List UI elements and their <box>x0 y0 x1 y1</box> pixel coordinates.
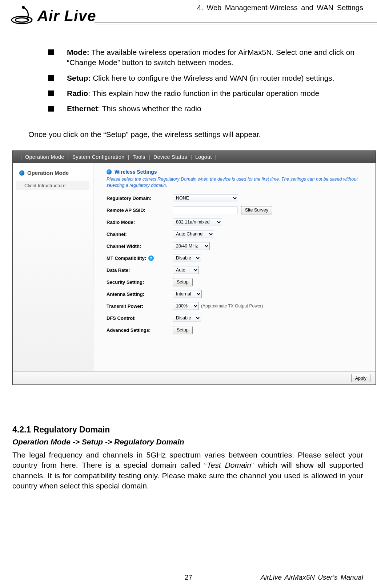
label-dfs: DFS Control: <box>107 315 173 321</box>
select-antenna[interactable]: Internal <box>173 290 202 298</box>
page-content: Mode: The available wireless operation m… <box>0 40 377 491</box>
menu-sep: | <box>215 154 217 160</box>
bullet-list: Mode: The available wireless operation m… <box>48 47 363 114</box>
brand-logo: Air Live <box>10 5 96 27</box>
bullet-mode: Mode: The available wireless operation m… <box>48 47 363 68</box>
bullet-text: : This shows whether the radio <box>98 104 201 113</box>
row-tx-power: Transmit Power: 100% (Approximate TX Out… <box>107 300 368 312</box>
select-channel[interactable]: Auto Channel <box>173 230 214 238</box>
label-radio-mode: Radio Mode: <box>107 220 173 225</box>
label-remote-ssid: Remote AP SSID: <box>107 208 173 213</box>
row-channel-width: Channel Width: 20/40 MHz <box>107 240 368 252</box>
bullet-text: : This explain how the radio function in… <box>88 89 319 97</box>
row-channel: Channel: Auto Channel <box>107 228 368 240</box>
chapter-title: 4. Web Management-Wireless and WAN Setti… <box>197 4 363 12</box>
help-icon[interactable]: ? <box>148 255 154 261</box>
bullet-ethernet: Ethernet: This shows whether the radio <box>48 104 363 114</box>
test-domain-em: Test Domain <box>207 461 251 469</box>
settings-panel: Wireless Settings Please select the corr… <box>93 163 376 371</box>
svg-point-2 <box>22 6 25 9</box>
select-radio-mode[interactable]: 802.11a/n mixed <box>173 218 222 226</box>
bullet-setup: Setup: Click here to configure the Wirel… <box>48 73 363 83</box>
panel-note: Please select the correct Regulatory Dom… <box>107 176 368 189</box>
label-mt-compat: MT Compatibility: ? <box>107 255 173 261</box>
bullet-text: The available wireless operation modes f… <box>67 48 354 67</box>
label-advanced: Advanced Settings: <box>107 327 173 333</box>
row-dfs: DFS Control: Disable <box>107 312 368 324</box>
section-breadcrumb: Operation Mode -> Setup -> Regulatory Do… <box>12 438 363 446</box>
header-rule <box>95 23 377 28</box>
label-security: Security Setting: <box>107 279 173 285</box>
select-regulatory-domain[interactable]: NONE <box>173 194 238 202</box>
svg-point-1 <box>15 18 28 22</box>
menu-logout[interactable]: Logout <box>195 154 212 160</box>
menu-system-config[interactable]: System Configuration <box>72 154 125 160</box>
select-channel-width[interactable]: 20/40 MHz <box>173 242 210 250</box>
settings-screenshot: | Operation Mode | System Configuration … <box>12 150 376 385</box>
menu-sep: | <box>20 154 22 160</box>
row-remote-ssid: Remote AP SSID: Site Survey <box>107 204 368 216</box>
panel-title: Wireless Settings <box>107 169 368 175</box>
bullet-strong: Mode: <box>67 48 89 56</box>
label-regulatory-domain: Regulatory Domain: <box>107 196 173 201</box>
wireless-icon <box>107 169 112 174</box>
sidebar-heading-text: Operation Mode <box>27 170 69 176</box>
label-tx-power: Transmit Power: <box>107 303 173 309</box>
menu-sep: | <box>190 154 192 160</box>
intro-paragraph: Once you click on the “Setup” page, the … <box>28 129 363 140</box>
menu-sep: | <box>128 154 129 160</box>
sidebar-heading: Operation Mode <box>16 170 89 176</box>
row-regulatory-domain: Regulatory Domain: NONE <box>107 192 368 204</box>
site-survey-button[interactable]: Site Survey <box>241 206 272 214</box>
row-mt-compat: MT Compatibility: ? Disable <box>107 252 368 264</box>
select-tx-power[interactable]: 100% <box>173 302 199 310</box>
tx-power-note: (Approximate TX Output Power) <box>201 303 263 309</box>
section-heading: 4.2.1 Regulatory Domain <box>12 425 363 435</box>
sidebar-item-client-infra[interactable]: Client Infrastructure <box>16 181 89 190</box>
apply-button[interactable]: Apply <box>351 374 370 382</box>
row-antenna: Antenna Setting: Internal <box>107 288 368 300</box>
input-remote-ssid[interactable] <box>173 206 237 214</box>
manual-title-footer: AirLive AirMax5N User’s Manual <box>261 573 363 581</box>
menu-tools[interactable]: Tools <box>133 154 145 160</box>
section-body: The legal frequency and channels in 5GHz… <box>12 450 363 491</box>
bullet-radio: Radio: This explain how the radio functi… <box>48 88 363 98</box>
brand-text: Air Live <box>37 7 96 24</box>
row-security: Security Setting: Setup <box>107 276 368 288</box>
bullet-strong: Ethernet <box>67 104 98 113</box>
label-data-rate: Data Rate: <box>107 267 173 273</box>
bullet-text: Click here to configure the Wireless and… <box>91 74 334 82</box>
menu-sep: | <box>149 154 150 160</box>
bullet-strong: Radio <box>67 89 88 97</box>
select-mt-compat[interactable]: Disable <box>173 254 201 262</box>
row-data-rate: Data Rate: Auto <box>107 264 368 276</box>
menu-operation-mode[interactable]: Operation Mode <box>25 154 64 160</box>
section-regulatory-domain: 4.2.1 Regulatory Domain Operation Mode -… <box>12 425 363 491</box>
sidebar: Operation Mode Client Infrastructure <box>13 163 93 371</box>
page-header: 4. Web Management-Wireless and WAN Setti… <box>0 0 377 40</box>
menu-device-status[interactable]: Device Status <box>153 154 187 160</box>
radio-icon <box>19 170 24 176</box>
label-channel: Channel: <box>107 231 173 237</box>
apply-bar: Apply <box>13 371 376 384</box>
select-data-rate[interactable]: Auto <box>173 266 199 274</box>
menu-sep: | <box>68 154 69 160</box>
bullet-strong: Setup: <box>67 74 91 82</box>
advanced-setup-button[interactable]: Setup <box>173 326 193 334</box>
top-menu-bar: | Operation Mode | System Configuration … <box>13 151 376 163</box>
panel-title-text: Wireless Settings <box>115 169 157 175</box>
select-dfs[interactable]: Disable <box>173 314 201 322</box>
row-radio-mode: Radio Mode: 802.11a/n mixed <box>107 216 368 228</box>
label-antenna: Antenna Setting: <box>107 291 173 297</box>
label-channel-width: Channel Width: <box>107 243 173 249</box>
security-setup-button[interactable]: Setup <box>173 278 193 286</box>
row-advanced: Advanced Settings: Setup <box>107 324 368 336</box>
swirl-icon <box>10 5 33 27</box>
